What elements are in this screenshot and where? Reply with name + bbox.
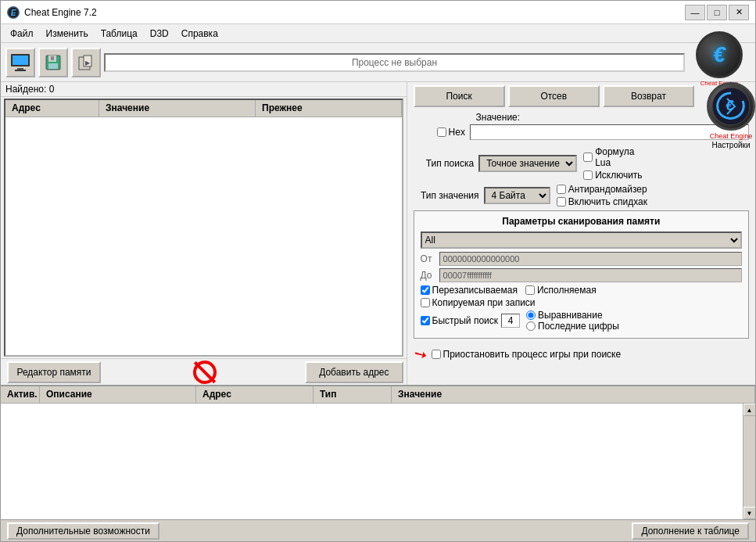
no-icon-container (104, 361, 305, 384)
cheat-table-body[interactable]: ▲ ▼ (1, 404, 755, 519)
executable-checkbox[interactable] (525, 285, 535, 295)
value-type-row: Тип значения 4 Байта Антирандомайзер Вкл… (414, 184, 647, 207)
extra-features-button[interactable]: Дополнительные возможности (7, 522, 159, 540)
window-title: Cheat Engine 7.2 (24, 7, 97, 18)
menu-d3d[interactable]: D3D (144, 27, 175, 41)
antirandom-checkbox[interactable] (557, 185, 566, 194)
menu-table[interactable]: Таблица (95, 27, 144, 41)
ce-logo-text: € (713, 42, 726, 67)
list-header: Адрес Значение Прежнее (5, 100, 402, 117)
last-digits-radio[interactable] (526, 321, 536, 331)
align-radio[interactable] (526, 310, 536, 320)
col-val: Значение (392, 386, 755, 403)
main-window: E Cheat Engine 7.2 — □ ✕ Файл Изменить Т… (0, 0, 756, 542)
col-address: Адрес (5, 100, 99, 117)
top-right-logo: € Cheat Engine Настройки (707, 82, 755, 149)
from-input[interactable] (439, 252, 742, 266)
process-bar[interactable]: Процесс не выбран (104, 53, 685, 72)
memory-editor-button[interactable]: Редактор памяти (7, 361, 101, 383)
suspend-row: ➘ Приостановить процесс игры при поиске (414, 345, 749, 364)
no-sign-icon (193, 361, 217, 384)
left-bottom-toolbar: Редактор памяти Добавить адрес (1, 358, 407, 385)
open-process-button[interactable] (5, 48, 35, 77)
antirandom-label: Антирандомайзер (557, 184, 647, 195)
fast-scan-label: Быстрый поиск (421, 315, 498, 326)
ce-logo: € (696, 31, 743, 78)
to-row: До (421, 268, 742, 282)
menu-help[interactable]: Справка (175, 27, 224, 41)
hex-checkbox[interactable] (437, 127, 446, 137)
process-bar-container: Процесс не выбран (104, 53, 685, 72)
lua-formula-label: Формула Lua (583, 146, 647, 168)
svg-text:€: € (726, 98, 734, 113)
cheat-table-area: Актив. Описание Адрес Тип Значение ▲ ▼ Д… (1, 385, 755, 541)
maximize-button[interactable]: □ (707, 5, 727, 20)
from-label: От (421, 253, 439, 264)
save-button[interactable] (38, 48, 68, 77)
process-name: Процесс не выбран (110, 57, 679, 68)
last-digits-radio-label: Последние цифры (526, 321, 619, 332)
svg-rect-4 (48, 63, 58, 69)
filter-button[interactable]: Отсев (508, 85, 600, 107)
bottom-bar: Дополнительные возможности Дополнение к … (1, 519, 755, 541)
arrow-icon: ➘ (410, 343, 431, 365)
main-area: Найдено: 0 Адрес Значение Прежнее Редакт… (1, 82, 755, 385)
search-type-select[interactable]: Точное значение (478, 155, 577, 172)
title-bar: E Cheat Engine 7.2 — □ ✕ (1, 1, 755, 24)
scrollbar-up[interactable]: ▲ (743, 404, 756, 416)
fast-scan-checkbox[interactable] (421, 316, 430, 325)
exclude-checkbox[interactable] (583, 170, 593, 180)
svg-rect-5 (51, 56, 54, 60)
writable-checkbox[interactable] (421, 285, 430, 295)
fast-scan-input[interactable] (501, 314, 520, 328)
right-panel: € Cheat Engine Настройки Поиск Отсев Воз… (407, 82, 755, 385)
suspend-checkbox[interactable] (432, 350, 441, 359)
search-button[interactable]: Поиск (414, 85, 505, 107)
window-controls: — □ ✕ (685, 5, 749, 20)
lua-formula-checkbox[interactable] (583, 153, 593, 162)
load-button[interactable]: ▶ (71, 48, 101, 77)
cheat-table-content (1, 404, 743, 519)
memory-scan-box: Параметры сканирования памяти All От До … (414, 210, 749, 339)
title-bar-left: E Cheat Engine 7.2 (7, 6, 97, 19)
scrollbar-vertical[interactable]: ▲ ▼ (743, 404, 755, 519)
toolbar: ▶ Процесс не выбран € Cheat Engine (1, 43, 755, 82)
right-checks-2: Антирандомайзер Включить спидхак (557, 184, 647, 207)
value-type-label: Тип значения (414, 190, 484, 201)
speedhack-checkbox[interactable] (557, 197, 566, 206)
col-active: Актив. (1, 386, 40, 403)
hex-label: Hex (449, 127, 465, 138)
executable-label: Исполняемая (525, 285, 597, 296)
col-value: Значение (99, 100, 256, 117)
scan-region-select[interactable]: All (421, 232, 742, 249)
address-list[interactable]: Адрес Значение Прежнее (4, 99, 403, 357)
return-button[interactable]: Возврат (603, 85, 694, 107)
table-addon-button[interactable]: Дополнение к таблице (632, 522, 749, 540)
svg-text:E: E (11, 9, 16, 17)
close-button[interactable]: ✕ (729, 5, 749, 20)
scrollbar-down[interactable]: ▼ (743, 507, 756, 519)
hex-row: Hex (414, 124, 749, 140)
app-icon: E (7, 6, 20, 19)
to-input[interactable] (439, 268, 742, 282)
copy-on-write-row: Копируемая при записи (421, 297, 742, 308)
logo-svg: € (711, 87, 751, 126)
save-icon (45, 54, 62, 71)
copy-on-write-checkbox[interactable] (421, 298, 430, 307)
copy-on-write-label: Копируемая при записи (421, 297, 536, 308)
left-panel: Найдено: 0 Адрес Значение Прежнее Редакт… (1, 82, 407, 385)
svg-text:▶: ▶ (85, 59, 91, 66)
col-previous: Прежнее (256, 100, 402, 117)
menu-edit[interactable]: Изменить (40, 27, 95, 41)
col-description: Описание (40, 386, 196, 403)
fast-scan-row: Быстрый поиск Выравнивание Последние циф… (421, 310, 742, 332)
value-section: Значение: Hex (414, 112, 749, 143)
menu-file[interactable]: Файл (4, 27, 40, 41)
add-address-button[interactable]: Добавить адрес (305, 361, 403, 383)
right-checks-1: Формула Lua Исключить (583, 146, 647, 181)
logo-emblem: € (707, 82, 755, 131)
minimize-button[interactable]: — (685, 5, 705, 20)
menu-bar: Файл Изменить Таблица D3D Справка (1, 24, 755, 43)
value-type-select[interactable]: 4 Байта (484, 187, 550, 204)
scan-checks-row: Перезаписываемая Исполняемая (421, 285, 742, 296)
